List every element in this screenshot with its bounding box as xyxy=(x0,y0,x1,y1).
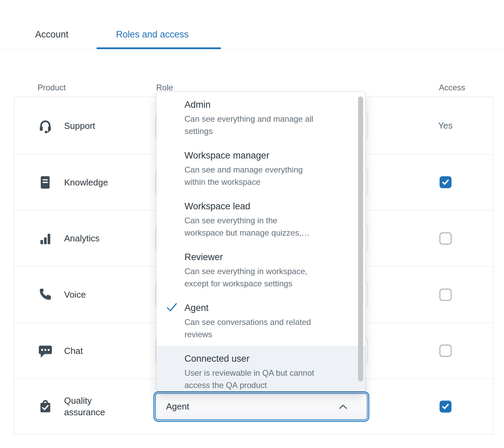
option-description: Can see everything in the workspace but … xyxy=(184,214,317,239)
dropdown-option-workspace-lead[interactable]: Workspace lead Can see everything in the… xyxy=(157,193,365,244)
dropdown-option-agent[interactable]: Agent Can see conversations and related … xyxy=(157,295,365,346)
product-label: Support xyxy=(64,120,95,132)
option-description: Can see and manage everything within the… xyxy=(184,164,317,188)
book-icon xyxy=(38,175,53,190)
access-checkbox[interactable] xyxy=(440,345,451,357)
column-header-role: Role xyxy=(156,83,173,92)
roles-and-access-page: Account Roles and access Product Role Ac… xyxy=(0,0,504,448)
tab-account[interactable]: Account xyxy=(35,29,69,40)
product-label: Chat xyxy=(64,345,83,357)
tab-roles-and-access[interactable]: Roles and access xyxy=(116,29,189,40)
dropdown-option-reviewer[interactable]: Reviewer Can see everything in workspace… xyxy=(157,244,365,295)
check-icon xyxy=(440,401,451,413)
option-description: Can see everything in workspace, except … xyxy=(184,265,317,290)
option-label: Workspace manager xyxy=(184,149,352,162)
option-description: User is reviewable in QA but cannot acce… xyxy=(184,367,317,391)
product-label: Quality assurance xyxy=(64,395,122,418)
option-label: Reviewer xyxy=(184,251,352,263)
chevron-up-icon xyxy=(338,403,348,410)
access-checkbox[interactable] xyxy=(440,233,451,244)
tabs-divider xyxy=(0,49,504,49)
option-description: Can see conversations and related review… xyxy=(184,316,317,341)
option-label: Agent xyxy=(184,302,352,314)
access-checkbox[interactable] xyxy=(440,401,451,413)
product-label: Knowledge xyxy=(64,177,108,188)
dropdown-option-connected-user[interactable]: Connected user User is reviewable in QA … xyxy=(157,346,365,391)
product-label: Voice xyxy=(64,289,86,300)
column-header-product: Product xyxy=(38,83,66,92)
role-select-value: Agent xyxy=(166,401,189,412)
product-label: Analytics xyxy=(64,233,100,244)
access-value: Yes xyxy=(438,120,453,131)
role-select-quality-assurance[interactable]: Agent xyxy=(155,393,368,420)
access-checkbox[interactable] xyxy=(440,289,451,301)
phone-icon xyxy=(38,287,53,302)
dropdown-scrollbar-thumb[interactable] xyxy=(358,96,363,382)
option-description: Can see everything and manage all settin… xyxy=(184,113,317,137)
bar-chart-icon xyxy=(38,230,53,246)
option-label: Connected user xyxy=(184,353,352,365)
option-label: Workspace lead xyxy=(184,200,352,212)
dropdown-option-workspace-manager[interactable]: Workspace manager Can see and manage eve… xyxy=(157,143,365,193)
headset-icon xyxy=(38,118,53,134)
check-icon xyxy=(440,176,451,188)
chat-bubble-icon xyxy=(38,343,53,359)
selected-check-icon xyxy=(166,301,178,313)
clipboard-check-icon xyxy=(38,399,53,414)
option-label: Admin xyxy=(184,99,352,111)
column-header-access: Access xyxy=(439,83,465,92)
dropdown-option-admin[interactable]: Admin Can see everything and manage all … xyxy=(157,92,365,143)
access-checkbox[interactable] xyxy=(440,176,451,188)
role-dropdown: Admin Can see everything and manage all … xyxy=(156,91,366,391)
